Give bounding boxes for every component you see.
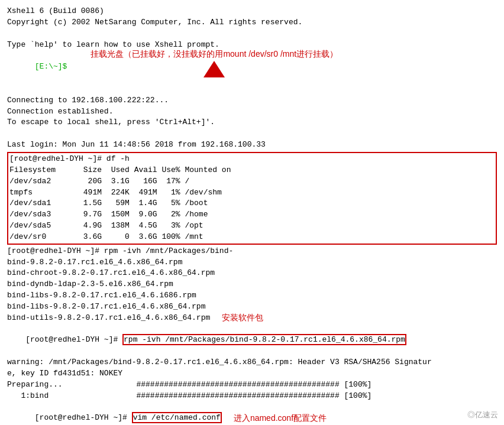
last-login: Last login: Mon Jun 11 14:48:56 2018 fro… (7, 139, 497, 151)
prompt1: [E:\~]$ (7, 50, 67, 84)
terminal-window: Xshell 6 (Build 0086) Copyright (c) 2002… (0, 0, 504, 425)
prompt-text: [E:\~]$ (35, 62, 67, 71)
title-line: Xshell 6 (Build 0086) (7, 6, 497, 17)
df-row-5: /dev/sr0 3.6G 0 3.6G 100% /mnt (9, 232, 495, 243)
rpm-cmd2-highlight: rpm -ivh /mnt/Packages/bind-9.8.2-0.17.r… (122, 334, 406, 345)
df-row-3: /dev/sda3 9.7G 150M 9.0G 2% /home (9, 209, 495, 220)
warning-line1: warning: /mnt/Packages/bind-9.8.2-0.17.r… (7, 357, 497, 368)
df-row-1: tmpfs 491M 224K 491M 1% /dev/shm (9, 187, 495, 199)
rpm-line-2: bind-dyndb-ldap-2.3-5.el6.x86_64.rpm (7, 279, 497, 290)
rpm-cmd2-line: [root@redhel-DYH ~]# rpm -ivh /mnt/Packa… (7, 324, 497, 358)
vim-cmd-line: [root@redhel-DYH ~]# vim /etc/named.conf (7, 402, 222, 425)
df-header: Filesystem Size Used Avail Use% Mounted … (9, 165, 495, 176)
annotation2: 安装软件包 (222, 313, 263, 323)
rpm-cmd2-prefix: [root@redhel-DYH ~]# (25, 335, 122, 344)
annotation3: 进入named.conf配置文件 (234, 413, 327, 424)
copyright-line: Copyright (c) 2002 NetSarang Computer, I… (7, 17, 497, 28)
preparing-line: Preparing... ###########################… (7, 379, 497, 391)
blank3 (7, 128, 497, 139)
df-cmd: [root@redhel-DYH ~]# df -h (9, 154, 495, 165)
vim-highlight: vim /etc/named.conf (132, 412, 222, 423)
rpm-line-3: bind-libs-9.8.2-0.17.rc1.el6_4.6.i686.rp… (7, 290, 497, 301)
df-row-4: /dev/sda5 4.9G 138M 4.5G 3% /opt (9, 220, 495, 232)
annotation1: 挂载光盘（已挂载好，没挂载好的用mount /dev/sr0 /mnt进行挂载） (91, 49, 338, 60)
df-row-2: /dev/sda1 1.5G 59M 1.4G 5% /boot (9, 198, 495, 209)
connecting-line: Connecting to 192.168.100.222:22... (7, 95, 497, 106)
established-line: Connection established. (7, 106, 497, 118)
blank1 (7, 28, 497, 40)
df-row-0: /dev/sda2 20G 3.1G 16G 17% / (9, 176, 495, 187)
bind-install-line: 1:bind #################################… (7, 391, 497, 402)
rpm-line-4: bind-libs-9.8.2-0.17.rc1.el6_4.6.x86_64.… (7, 301, 497, 313)
rpm-cmd1: [root@redhel-DYH ~]# rpm -ivh /mnt/Packa… (7, 246, 497, 257)
rpm-line-0: bind-9.8.2-0.17.rc1.el6_4.6.x86_64.rpm (7, 257, 497, 268)
df-section: [root@redhel-DYH ~]# df -h Filesystem Si… (7, 152, 497, 245)
watermark: ◎亿速云 (467, 410, 498, 420)
escape-hint: To escape to local shell, press 'Ctrl+Al… (7, 117, 497, 128)
rpm-line-5: bind-utils-9.8.2-0.17.rc1.el6_4.6.x86_64… (7, 313, 210, 324)
vim-prefix: [root@redhel-DYH ~]# (35, 413, 132, 422)
arrow-up-icon (203, 61, 225, 77)
rpm-line-1: bind-chroot-9.8.2-0.17.rc1.el6_4.6.x86_6… (7, 268, 497, 279)
warning-line2: e, key ID fd431d51: NOKEY (7, 368, 497, 379)
blank2 (7, 84, 497, 95)
